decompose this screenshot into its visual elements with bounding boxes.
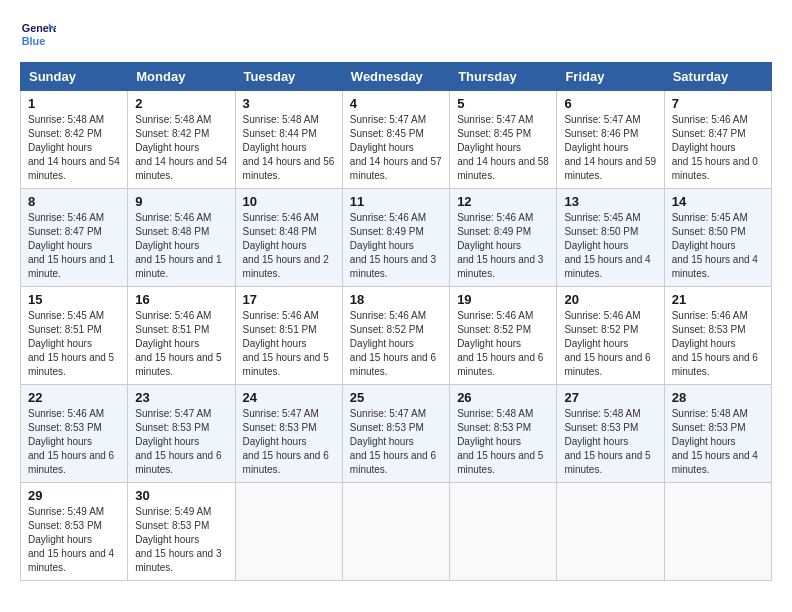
day-number: 20 (564, 292, 656, 307)
day-number: 2 (135, 96, 227, 111)
day-info: Sunrise: 5:45 AMSunset: 8:50 PMDaylight … (564, 211, 656, 281)
day-info: Sunrise: 5:49 AMSunset: 8:53 PMDaylight … (28, 505, 120, 575)
day-number: 17 (243, 292, 335, 307)
day-info: Sunrise: 5:47 AMSunset: 8:46 PMDaylight … (564, 113, 656, 183)
day-info: Sunrise: 5:45 AMSunset: 8:50 PMDaylight … (672, 211, 764, 281)
day-info: Sunrise: 5:48 AMSunset: 8:53 PMDaylight … (564, 407, 656, 477)
day-info: Sunrise: 5:49 AMSunset: 8:53 PMDaylight … (135, 505, 227, 575)
day-number: 15 (28, 292, 120, 307)
calendar-header-row: SundayMondayTuesdayWednesdayThursdayFrid… (21, 63, 772, 91)
day-info: Sunrise: 5:46 AMSunset: 8:48 PMDaylight … (135, 211, 227, 281)
day-info: Sunrise: 5:46 AMSunset: 8:53 PMDaylight … (672, 309, 764, 379)
calendar-cell: 13 Sunrise: 5:45 AMSunset: 8:50 PMDaylig… (557, 189, 664, 287)
calendar-cell: 17 Sunrise: 5:46 AMSunset: 8:51 PMDaylig… (235, 287, 342, 385)
calendar-cell: 8 Sunrise: 5:46 AMSunset: 8:47 PMDayligh… (21, 189, 128, 287)
header-thursday: Thursday (450, 63, 557, 91)
day-number: 24 (243, 390, 335, 405)
day-number: 23 (135, 390, 227, 405)
calendar-cell: 25 Sunrise: 5:47 AMSunset: 8:53 PMDaylig… (342, 385, 449, 483)
calendar-cell: 4 Sunrise: 5:47 AMSunset: 8:45 PMDayligh… (342, 91, 449, 189)
calendar-cell: 1 Sunrise: 5:48 AMSunset: 8:42 PMDayligh… (21, 91, 128, 189)
day-info: Sunrise: 5:46 AMSunset: 8:47 PMDaylight … (28, 211, 120, 281)
day-info: Sunrise: 5:48 AMSunset: 8:53 PMDaylight … (672, 407, 764, 477)
day-number: 10 (243, 194, 335, 209)
calendar-cell: 30 Sunrise: 5:49 AMSunset: 8:53 PMDaylig… (128, 483, 235, 581)
day-number: 4 (350, 96, 442, 111)
day-number: 13 (564, 194, 656, 209)
day-info: Sunrise: 5:47 AMSunset: 8:45 PMDaylight … (350, 113, 442, 183)
header-wednesday: Wednesday (342, 63, 449, 91)
header-monday: Monday (128, 63, 235, 91)
calendar-cell: 2 Sunrise: 5:48 AMSunset: 8:42 PMDayligh… (128, 91, 235, 189)
day-number: 7 (672, 96, 764, 111)
calendar-cell: 16 Sunrise: 5:46 AMSunset: 8:51 PMDaylig… (128, 287, 235, 385)
calendar-cell: 28 Sunrise: 5:48 AMSunset: 8:53 PMDaylig… (664, 385, 771, 483)
calendar-cell: 3 Sunrise: 5:48 AMSunset: 8:44 PMDayligh… (235, 91, 342, 189)
calendar-cell: 22 Sunrise: 5:46 AMSunset: 8:53 PMDaylig… (21, 385, 128, 483)
day-number: 30 (135, 488, 227, 503)
day-info: Sunrise: 5:47 AMSunset: 8:45 PMDaylight … (457, 113, 549, 183)
day-info: Sunrise: 5:48 AMSunset: 8:42 PMDaylight … (135, 113, 227, 183)
day-info: Sunrise: 5:46 AMSunset: 8:48 PMDaylight … (243, 211, 335, 281)
calendar-cell: 7 Sunrise: 5:46 AMSunset: 8:47 PMDayligh… (664, 91, 771, 189)
logo: General Blue (20, 16, 60, 52)
day-info: Sunrise: 5:46 AMSunset: 8:52 PMDaylight … (457, 309, 549, 379)
calendar-cell: 23 Sunrise: 5:47 AMSunset: 8:53 PMDaylig… (128, 385, 235, 483)
day-info: Sunrise: 5:46 AMSunset: 8:53 PMDaylight … (28, 407, 120, 477)
calendar-cell: 21 Sunrise: 5:46 AMSunset: 8:53 PMDaylig… (664, 287, 771, 385)
day-number: 29 (28, 488, 120, 503)
week-row-1: 1 Sunrise: 5:48 AMSunset: 8:42 PMDayligh… (21, 91, 772, 189)
day-info: Sunrise: 5:47 AMSunset: 8:53 PMDaylight … (243, 407, 335, 477)
calendar-cell: 19 Sunrise: 5:46 AMSunset: 8:52 PMDaylig… (450, 287, 557, 385)
calendar-cell: 15 Sunrise: 5:45 AMSunset: 8:51 PMDaylig… (21, 287, 128, 385)
header-friday: Friday (557, 63, 664, 91)
day-number: 26 (457, 390, 549, 405)
day-number: 19 (457, 292, 549, 307)
day-info: Sunrise: 5:46 AMSunset: 8:51 PMDaylight … (243, 309, 335, 379)
day-number: 28 (672, 390, 764, 405)
day-number: 1 (28, 96, 120, 111)
day-number: 8 (28, 194, 120, 209)
calendar-table: SundayMondayTuesdayWednesdayThursdayFrid… (20, 62, 772, 581)
logo-icon: General Blue (20, 16, 56, 52)
calendar-cell (450, 483, 557, 581)
day-info: Sunrise: 5:47 AMSunset: 8:53 PMDaylight … (350, 407, 442, 477)
calendar-cell (342, 483, 449, 581)
day-number: 9 (135, 194, 227, 209)
page-header: General Blue (20, 16, 772, 52)
calendar-cell: 24 Sunrise: 5:47 AMSunset: 8:53 PMDaylig… (235, 385, 342, 483)
week-row-3: 15 Sunrise: 5:45 AMSunset: 8:51 PMDaylig… (21, 287, 772, 385)
day-number: 16 (135, 292, 227, 307)
calendar-cell: 14 Sunrise: 5:45 AMSunset: 8:50 PMDaylig… (664, 189, 771, 287)
calendar-cell: 27 Sunrise: 5:48 AMSunset: 8:53 PMDaylig… (557, 385, 664, 483)
day-number: 21 (672, 292, 764, 307)
week-row-2: 8 Sunrise: 5:46 AMSunset: 8:47 PMDayligh… (21, 189, 772, 287)
day-number: 27 (564, 390, 656, 405)
calendar-cell: 29 Sunrise: 5:49 AMSunset: 8:53 PMDaylig… (21, 483, 128, 581)
day-number: 6 (564, 96, 656, 111)
calendar-cell: 10 Sunrise: 5:46 AMSunset: 8:48 PMDaylig… (235, 189, 342, 287)
week-row-4: 22 Sunrise: 5:46 AMSunset: 8:53 PMDaylig… (21, 385, 772, 483)
day-number: 12 (457, 194, 549, 209)
day-number: 5 (457, 96, 549, 111)
day-info: Sunrise: 5:46 AMSunset: 8:51 PMDaylight … (135, 309, 227, 379)
calendar-cell: 18 Sunrise: 5:46 AMSunset: 8:52 PMDaylig… (342, 287, 449, 385)
calendar-cell: 6 Sunrise: 5:47 AMSunset: 8:46 PMDayligh… (557, 91, 664, 189)
day-number: 22 (28, 390, 120, 405)
day-number: 18 (350, 292, 442, 307)
calendar-cell (235, 483, 342, 581)
header-sunday: Sunday (21, 63, 128, 91)
day-number: 11 (350, 194, 442, 209)
calendar-cell: 26 Sunrise: 5:48 AMSunset: 8:53 PMDaylig… (450, 385, 557, 483)
calendar-cell: 9 Sunrise: 5:46 AMSunset: 8:48 PMDayligh… (128, 189, 235, 287)
week-row-5: 29 Sunrise: 5:49 AMSunset: 8:53 PMDaylig… (21, 483, 772, 581)
day-info: Sunrise: 5:46 AMSunset: 8:49 PMDaylight … (457, 211, 549, 281)
day-info: Sunrise: 5:48 AMSunset: 8:42 PMDaylight … (28, 113, 120, 183)
calendar-cell: 5 Sunrise: 5:47 AMSunset: 8:45 PMDayligh… (450, 91, 557, 189)
calendar-cell (557, 483, 664, 581)
svg-text:Blue: Blue (22, 35, 45, 47)
day-info: Sunrise: 5:46 AMSunset: 8:52 PMDaylight … (564, 309, 656, 379)
header-saturday: Saturday (664, 63, 771, 91)
day-info: Sunrise: 5:46 AMSunset: 8:52 PMDaylight … (350, 309, 442, 379)
day-info: Sunrise: 5:48 AMSunset: 8:44 PMDaylight … (243, 113, 335, 183)
